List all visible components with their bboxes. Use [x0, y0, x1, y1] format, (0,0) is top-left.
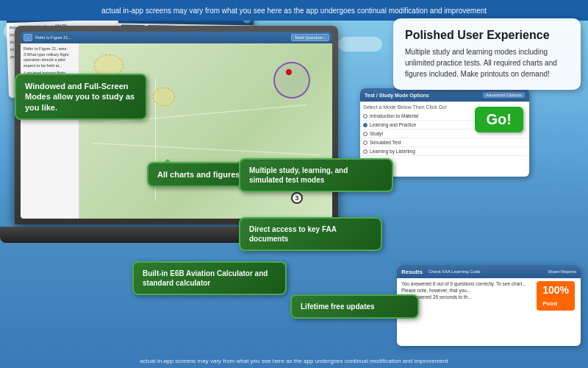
screen-question-label: Refer to Figure 21...: [35, 35, 288, 40]
polished-description: Multiple study and learning modes includ…: [405, 46, 569, 79]
tooltip-lifetime-text: Lifetime free updates: [301, 302, 375, 311]
right-panel: Polished User Experience Multiple study …: [393, 18, 581, 90]
tooltip-e6b: Built-in E6B Aviation Calculator and sta…: [132, 261, 287, 295]
results-title: Results: [401, 269, 423, 275]
option-radio-learning[interactable]: [363, 123, 368, 127]
option-radio-introduction[interactable]: [363, 114, 368, 118]
screen-main-area: Refer to Figure 21, area 3.What type mil…: [21, 43, 332, 219]
cloud-decoration-2: [338, 37, 382, 52]
score-label: Point: [542, 300, 557, 307]
screen-toolbar: ‹ Refer to Figure 21... Next Question ›: [21, 32, 332, 43]
option-simulated[interactable]: Simulated Test: [363, 138, 526, 147]
tooltip-lifetime: Lifetime free updates: [290, 294, 419, 319]
options-title: Test / Study Mode Options: [365, 93, 429, 98]
tooltip-windowed: Windowed and Full-Screen Modes allow you…: [15, 74, 147, 120]
options-header: Test / Study Mode Options Advanced Optio…: [360, 88, 529, 102]
top-banner-text: actual in-app screens may vary from what…: [101, 7, 487, 15]
map-restricted-area: [273, 62, 310, 99]
option-listening[interactable]: Learning by Listening: [363, 147, 526, 156]
tooltip-faa: Direct access to key FAA documents: [239, 217, 382, 251]
tooltip-e6b-text: Built-in E6B Aviation Calculator and sta…: [143, 269, 268, 287]
option-radio-listening[interactable]: [363, 149, 368, 154]
top-banner: actual in-app screens may vary from what…: [0, 0, 588, 21]
advanced-options-btn[interactable]: Advanced Options: [483, 92, 525, 98]
screen-prev-btn[interactable]: ‹: [24, 34, 32, 41]
disclaimer-text: actual in-app screens may vary from what…: [140, 358, 448, 364]
tooltip-windowed-text: Windowed and Full-Screen Modes allow you…: [25, 82, 135, 112]
results-card: Results Check FAA Learning Code Share Re…: [397, 265, 581, 346]
option-radio-study[interactable]: [363, 132, 368, 136]
map-background: 3: [79, 43, 332, 219]
polished-box: Polished User Experience Multiple study …: [393, 18, 581, 90]
go-button[interactable]: Go!: [475, 107, 523, 132]
map-marker-3: 3: [291, 192, 303, 204]
results-subtitle: Check FAA Learning Code: [429, 269, 481, 274]
question-text-line: Refer to Figure 21, area 3.What type mil…: [24, 46, 76, 69]
map-road-3: [92, 143, 319, 155]
disclaimer-bar: actual in-app screens may vary from what…: [0, 358, 588, 364]
map-city-2: [153, 88, 175, 106]
tooltip-study: Multiple study, learning, and simulated …: [239, 158, 393, 192]
results-share-btn[interactable]: Share Reports: [548, 269, 576, 274]
polished-title: Polished User Experience: [405, 29, 569, 42]
score-value: 100%: [542, 284, 569, 296]
screen-next-btn[interactable]: Next Question ›: [291, 34, 329, 41]
score-badge: 100% Point: [537, 281, 575, 311]
tooltip-faa-text: Direct access to key FAA documents: [249, 225, 337, 243]
screen-question-sidebar: Refer to Figure 21, area 3.What type mil…: [21, 43, 79, 219]
option-radio-simulated[interactable]: [363, 141, 368, 145]
tooltip-study-text: Multiple study, learning, and simulated …: [249, 166, 348, 184]
laptop-body: ‹ Refer to Figure 21... Next Question › …: [15, 26, 338, 224]
results-header: Results Check FAA Learning Code Share Re…: [397, 265, 581, 278]
map-marker-red: [286, 69, 292, 75]
screen-map-area: 3: [79, 43, 332, 219]
